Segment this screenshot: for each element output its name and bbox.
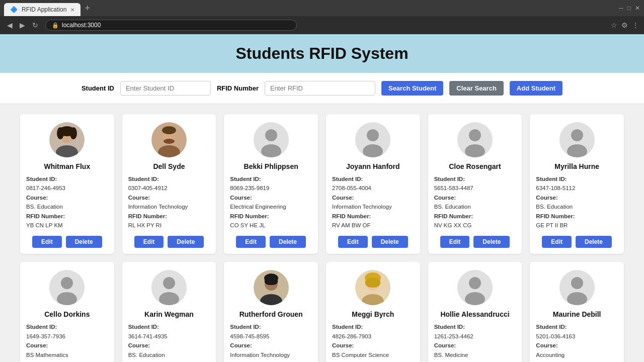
- student-info: Student ID: 5201-036-4163 Course: Accoun…: [536, 322, 618, 362]
- address-bar: ◀ ▶ ↻ 🔒 localhost:3000 ☆ ⚙ ⋮: [0, 16, 644, 34]
- avatar: [559, 270, 595, 305]
- avatar: [254, 122, 289, 157]
- student-info: Student ID: 0817-246-4953 Course: BS. Ed…: [26, 174, 108, 230]
- student-name: Cloe Rosengart: [434, 162, 516, 170]
- student-card: Joyann Hanford Student ID: 2708-055-4004…: [326, 114, 420, 254]
- course-label: Course:: [230, 195, 252, 201]
- minimize-icon[interactable]: ─: [619, 5, 623, 12]
- student-card: Rutherford Grouen Student ID: 4598-745-8…: [224, 262, 318, 362]
- edit-button[interactable]: Edit: [338, 236, 368, 248]
- svg-point-15: [367, 129, 379, 141]
- student-id-input[interactable]: [120, 81, 211, 96]
- rfid-label: RFID Number:: [26, 213, 65, 219]
- svg-point-27: [163, 277, 175, 289]
- delete-button[interactable]: Delete: [576, 236, 612, 248]
- student-id-value: 4598-745-8595: [230, 333, 269, 339]
- edit-button[interactable]: Edit: [440, 236, 470, 248]
- student-name: Rutherford Grouen: [230, 310, 312, 318]
- student-card: Bekki Phlippsen Student ID: 8069-235-981…: [224, 114, 318, 254]
- students-grid: Whitman Flux Student ID: 0817-246-4953 C…: [0, 104, 644, 362]
- rfid-value: YB CN LP KM: [26, 222, 63, 228]
- lock-icon: 🔒: [52, 22, 59, 29]
- svg-point-4: [57, 127, 64, 139]
- student-id-label: Student ID:: [230, 324, 261, 330]
- avatar: [355, 270, 390, 305]
- student-name: Karin Wegman: [128, 310, 210, 318]
- rfid-value: GE PT II BR: [536, 222, 568, 228]
- avatar: [151, 270, 187, 305]
- tab-close-button[interactable]: ✕: [70, 7, 74, 13]
- student-card: Karin Wegman Student ID: 3614-741-4935 C…: [122, 262, 216, 362]
- student-id-value: 0817-246-4953: [26, 185, 65, 191]
- avatar: [559, 122, 595, 157]
- delete-button[interactable]: Delete: [66, 236, 102, 248]
- clear-search-button[interactable]: Clear Search: [449, 81, 504, 96]
- student-card: Cello Dorkins Student ID: 1649-357-7936 …: [20, 262, 114, 362]
- edit-button[interactable]: Edit: [134, 236, 164, 248]
- active-tab[interactable]: 🔷 RFID Application ✕: [4, 3, 80, 16]
- rfid-value: RL HX PY RI: [128, 222, 162, 228]
- tab-title: RFID Application: [22, 6, 66, 13]
- rfid-label: RFID Number:: [332, 213, 371, 219]
- student-id-value: 0307-405-4912: [128, 185, 168, 191]
- course-label: Course:: [26, 195, 48, 201]
- back-button[interactable]: ◀: [5, 20, 15, 30]
- course-value: Information Technology: [128, 204, 188, 210]
- student-id-label: Student ID:: [26, 176, 57, 182]
- forward-button[interactable]: ▶: [18, 20, 27, 30]
- bookmark-icon[interactable]: ☆: [611, 21, 617, 29]
- add-student-button[interactable]: Add Student: [510, 81, 562, 96]
- student-id-value: 6347-108-5112: [536, 185, 575, 191]
- student-id-label: Student ID:: [332, 324, 363, 330]
- svg-point-24: [61, 277, 73, 289]
- new-tab-button[interactable]: +: [85, 4, 90, 13]
- extensions-icon[interactable]: ⚙: [621, 21, 628, 29]
- student-info: Student ID: 1649-357-7936 Course: BS Mat…: [26, 322, 108, 362]
- url-box[interactable]: 🔒 localhost:3000: [45, 20, 297, 31]
- course-value: BS Computer Science: [332, 352, 389, 358]
- restore-icon[interactable]: □: [627, 5, 631, 12]
- avatar: [355, 122, 390, 157]
- svg-point-12: [265, 129, 277, 141]
- student-id-label: Student ID:: [128, 176, 159, 182]
- reload-button[interactable]: ↻: [30, 20, 40, 30]
- avatar: [457, 122, 493, 157]
- student-name: Cello Dorkins: [26, 310, 108, 318]
- course-label: Course:: [332, 342, 354, 348]
- delete-button[interactable]: Delete: [168, 236, 204, 248]
- page-title: Students RFID System: [10, 44, 634, 63]
- search-student-button[interactable]: Search Student: [381, 81, 443, 96]
- rfid-label: RFID Number:: [230, 213, 269, 219]
- course-value: BS. Education: [26, 204, 63, 210]
- close-icon[interactable]: ✕: [635, 5, 640, 12]
- edit-button[interactable]: Edit: [236, 236, 266, 248]
- course-label: Course:: [26, 342, 48, 348]
- course-value: Information Technology: [332, 204, 392, 210]
- card-buttons: Edit Delete: [26, 236, 108, 248]
- delete-button[interactable]: Delete: [473, 236, 510, 248]
- course-value: BS. Medicine: [434, 352, 468, 358]
- avatar: [49, 122, 85, 157]
- course-label: Course:: [332, 195, 354, 201]
- student-info: Student ID: 4826-286-7903 Course: BS Com…: [332, 322, 414, 362]
- course-value: Information Technology: [230, 352, 290, 358]
- delete-button[interactable]: Delete: [372, 236, 408, 248]
- card-buttons: Edit Delete: [128, 236, 210, 248]
- delete-button[interactable]: Delete: [270, 236, 306, 248]
- edit-button[interactable]: Edit: [32, 236, 62, 248]
- course-value: Electrical Engineering: [230, 204, 286, 210]
- student-name: Hollie Alessandrucci: [434, 310, 516, 318]
- rfid-label: RFID Number:: [434, 213, 473, 219]
- student-info: Student ID: 3614-741-4935 Course: BS. Ed…: [128, 322, 210, 362]
- svg-point-38: [469, 277, 481, 289]
- menu-icon[interactable]: ⋮: [632, 21, 639, 29]
- avatar: [457, 270, 493, 305]
- edit-button[interactable]: Edit: [542, 236, 572, 248]
- rfid-input[interactable]: [265, 81, 375, 96]
- course-label: Course:: [434, 342, 456, 348]
- student-id-label: Student ID: [82, 84, 114, 92]
- course-label: Course:: [230, 342, 252, 348]
- student-card: Meggi Byrch Student ID: 4826-286-7903 Co…: [326, 262, 420, 362]
- rfid-label: RFID Number:: [536, 213, 575, 219]
- card-buttons: Edit Delete: [332, 236, 414, 248]
